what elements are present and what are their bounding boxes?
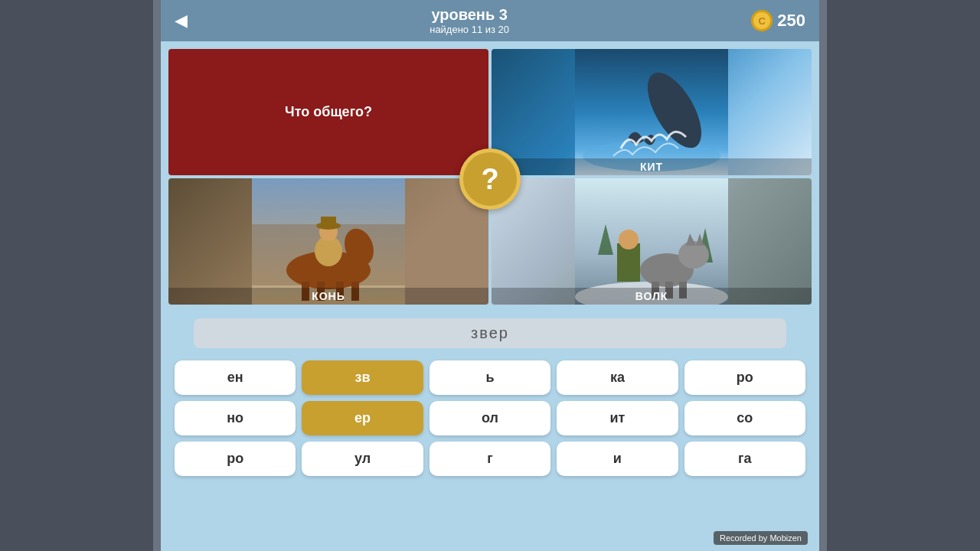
header: ◀ уровень 3 найдено 11 из 20 C 250 — [161, 0, 819, 41]
coins-display: C 250 — [751, 10, 805, 31]
letter-button-l11[interactable]: ро — [175, 442, 296, 476]
found-count: найдено 11 из 20 — [430, 24, 509, 35]
horse-image — [168, 178, 488, 305]
question-cell: Что общего? — [168, 49, 488, 175]
horse-cell: КОНЬ — [168, 178, 488, 305]
letter-button-l8[interactable]: ол — [430, 401, 550, 435]
question-text: Что общего? — [277, 96, 380, 128]
question-mark-symbol: ? — [481, 165, 498, 194]
svg-rect-14 — [321, 217, 336, 227]
letter-button-l5[interactable]: ро — [684, 360, 805, 395]
answer-display: звер — [194, 318, 786, 348]
letter-button-l10[interactable]: со — [684, 401, 805, 435]
level-title: уровень 3 — [431, 6, 508, 24]
letter-button-l6[interactable]: но — [175, 401, 296, 435]
letter-button-l12[interactable]: ул — [302, 442, 423, 476]
coin-amount: 250 — [777, 11, 805, 31]
letter-button-l2[interactable]: зв — [302, 360, 423, 395]
header-center: уровень 3 найдено 11 из 20 — [430, 6, 509, 35]
right-overlay — [827, 0, 980, 551]
question-bubble: ? — [459, 148, 521, 210]
letter-button-l1[interactable]: ен — [175, 360, 296, 395]
watermark: Recorded by Mobizen — [714, 531, 808, 545]
whale-cell: КИТ — [492, 49, 812, 175]
back-button[interactable]: ◀ — [175, 11, 188, 31]
whale-image — [492, 49, 812, 175]
wolf-label: ВОЛК — [492, 288, 812, 305]
letter-button-l4[interactable]: ка — [557, 360, 678, 395]
horse-label: КОНЬ — [168, 288, 488, 305]
image-grid: Что общего? — [161, 41, 819, 312]
svg-point-27 — [619, 230, 639, 249]
whale-label: КИТ — [492, 158, 812, 175]
letter-button-l3[interactable]: ь — [430, 360, 550, 395]
letter-button-l13[interactable]: г — [430, 442, 550, 476]
letter-button-l15[interactable]: га — [684, 442, 805, 476]
wolf-cell: ВОЛК — [492, 178, 812, 305]
left-overlay — [0, 0, 153, 551]
letter-grid: ензвькароноеролитсороулгига — [161, 354, 819, 482]
letter-button-l7[interactable]: ер — [302, 401, 423, 435]
app-frame: ◀ уровень 3 найдено 11 из 20 C 250 Что о… — [161, 0, 819, 551]
letter-button-l9[interactable]: ит — [557, 401, 678, 435]
wolf-image — [492, 178, 812, 305]
letter-button-l14[interactable]: и — [557, 442, 678, 476]
coin-icon: C — [751, 10, 773, 31]
